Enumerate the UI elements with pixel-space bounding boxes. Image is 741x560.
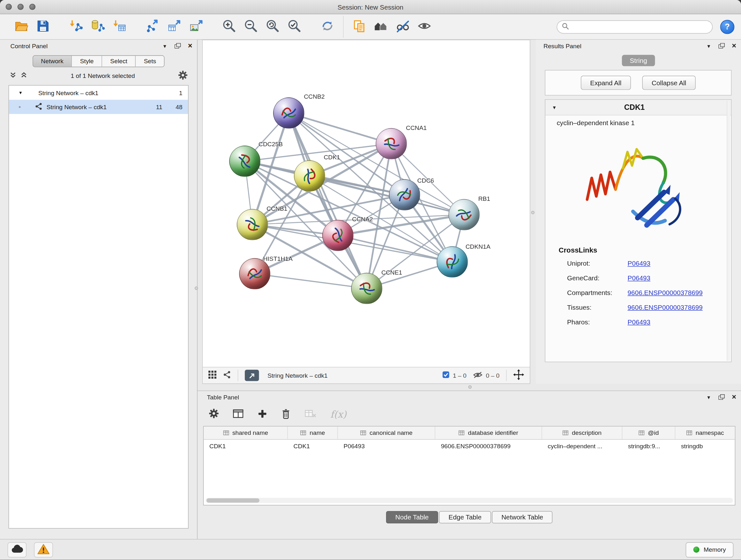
results-scrollbar[interactable]: [727, 101, 730, 361]
import-network-file-button[interactable]: [65, 17, 87, 37]
save-session-button[interactable]: [32, 17, 54, 37]
column-header-database-identifier[interactable]: database identifier: [435, 427, 542, 439]
crosslink-pharos-link[interactable]: P06493: [628, 318, 650, 326]
close-panel-icon[interactable]: ×: [188, 42, 192, 50]
float-panel-icon[interactable]: [174, 43, 181, 49]
search-input[interactable]: [572, 23, 708, 30]
network-canvas[interactable]: CCNB2CCNA1CDC25BCDK1CDC6RB1CCNB1CCNA2CDK…: [203, 40, 530, 367]
zoom-out-button[interactable]: [240, 17, 262, 37]
network-node-ccna1[interactable]: [376, 128, 407, 159]
refresh-layout-button[interactable]: [317, 17, 338, 37]
panel-menu-icon[interactable]: ▼: [162, 43, 167, 48]
network-edge-ccnb2-ccna1[interactable]: [289, 113, 391, 144]
notes-document-button[interactable]: [348, 17, 370, 37]
column-header-name[interactable]: name: [288, 427, 338, 439]
memory-button[interactable]: Memory: [686, 542, 733, 557]
protein-name: CDK1: [556, 103, 712, 112]
tab-select[interactable]: Select: [102, 56, 136, 67]
crosslink-uniprot-link[interactable]: P06493: [628, 259, 650, 267]
right-splitter-handle[interactable]: [531, 211, 534, 214]
float-panel-icon[interactable]: [718, 394, 725, 400]
expand-all-button[interactable]: Expand All: [581, 76, 631, 90]
results-tab-string[interactable]: String: [622, 55, 655, 66]
open-folder-icon: [14, 19, 28, 35]
table-row[interactable]: CDK1 CDK1 P06493 9606.ENSP00000378699 cy…: [204, 440, 735, 452]
zoom-selected-button[interactable]: [284, 17, 306, 37]
import-table-file-button[interactable]: [109, 17, 131, 37]
show-columns-icon[interactable]: [233, 409, 244, 420]
tab-node-table[interactable]: Node Table: [386, 511, 438, 523]
left-splitter-handle[interactable]: [195, 287, 198, 290]
zoom-in-button[interactable]: [218, 17, 240, 37]
panel-menu-icon[interactable]: ▼: [706, 43, 711, 48]
tab-sets[interactable]: Sets: [136, 56, 164, 67]
collapse-all-button[interactable]: Collapse All: [642, 76, 696, 90]
delete-column-trash-icon[interactable]: [281, 408, 291, 420]
collapse-protein-icon[interactable]: ▼: [552, 105, 557, 110]
network-options-gear-icon[interactable]: [178, 70, 188, 81]
tab-edge-table[interactable]: Edge Table: [439, 511, 491, 523]
scrollbar-thumb[interactable]: [206, 498, 259, 503]
network-node-ccne1[interactable]: [351, 273, 382, 304]
network-node-ccna2[interactable]: [322, 220, 354, 251]
cloud-status-button[interactable]: [8, 542, 26, 557]
close-panel-icon[interactable]: ×: [732, 42, 736, 50]
network-collection-row[interactable]: ▼ String Network – cdk1 1: [9, 85, 188, 100]
export-network-button[interactable]: [142, 17, 163, 37]
network-node-cdk1[interactable]: [294, 160, 325, 192]
table-settings-gear-icon[interactable]: [209, 408, 219, 420]
column-header-description[interactable]: description: [542, 427, 623, 439]
share-network-button[interactable]: [223, 371, 231, 380]
import-network-database-button[interactable]: [87, 17, 109, 37]
open-session-button[interactable]: [10, 17, 32, 37]
pan-tool-button[interactable]: [513, 369, 524, 382]
zoom-fit-button[interactable]: [262, 17, 283, 37]
network-node-hist1h1a[interactable]: [239, 258, 270, 290]
minimize-window-button[interactable]: [17, 4, 23, 10]
hide-selected-button[interactable]: [392, 17, 414, 37]
tab-network[interactable]: Network: [33, 56, 72, 67]
column-header-namespace[interactable]: namespac: [675, 427, 735, 439]
export-image-button[interactable]: [185, 17, 207, 37]
network-node-ccnb1[interactable]: [237, 209, 268, 240]
column-header-id[interactable]: @id: [622, 427, 675, 439]
table-type-tabs: Node Table Edge Table Network Table: [198, 511, 741, 523]
crosslink-genecard-link[interactable]: P06493: [628, 274, 650, 282]
collapse-collection-icon[interactable]: ▼: [18, 90, 24, 95]
tab-network-table[interactable]: Network Table: [492, 511, 553, 523]
network-node-ccnb2[interactable]: [273, 98, 305, 129]
network-node-cdc25b[interactable]: [229, 145, 260, 177]
network-node-rb1[interactable]: [448, 199, 480, 230]
show-hidden-button[interactable]: [414, 17, 435, 37]
current-network-bullet-icon: ●: [18, 105, 21, 109]
search-box: [556, 20, 713, 33]
maximize-window-button[interactable]: [29, 4, 36, 10]
create-column-plus-icon[interactable]: [258, 409, 267, 420]
tab-style[interactable]: Style: [72, 56, 103, 67]
horizontal-splitter[interactable]: [198, 384, 741, 390]
birdseye-toggle-button[interactable]: [208, 371, 216, 380]
close-panel-icon[interactable]: ×: [732, 393, 736, 401]
network-edge-ccne1-hist1h1a[interactable]: [255, 273, 367, 288]
network-node-cdc6[interactable]: [389, 179, 420, 210]
network-row[interactable]: ● String Network – cdk1 11 48: [9, 100, 188, 114]
float-panel-icon[interactable]: [718, 43, 725, 49]
close-window-button[interactable]: [6, 4, 12, 10]
help-button[interactable]: ?: [720, 19, 734, 34]
network-node-cdkn1a[interactable]: [436, 246, 468, 278]
table-horizontal-scrollbar[interactable]: [205, 498, 733, 503]
horizontal-splitter-handle[interactable]: [468, 385, 472, 388]
panel-menu-icon[interactable]: ▼: [706, 395, 711, 400]
crosslink-compartments-link[interactable]: 9606.ENSP00000378699: [628, 289, 703, 296]
collection-network-count: 1: [179, 89, 183, 96]
network-node-label-cdc6: CDC6: [417, 177, 434, 184]
collapse-all-networks-icon[interactable]: [20, 71, 27, 79]
home-button[interactable]: [370, 17, 392, 37]
column-header-canonical-name[interactable]: canonical name: [338, 427, 435, 439]
export-table-button[interactable]: [163, 17, 185, 37]
column-header-shared-name[interactable]: shared name: [204, 427, 288, 439]
expand-all-networks-icon[interactable]: [10, 71, 17, 79]
warnings-button[interactable]: [34, 542, 53, 557]
open-in-new-window-button[interactable]: [245, 370, 259, 381]
crosslink-tissues-link[interactable]: 9606.ENSP00000378699: [628, 303, 703, 311]
